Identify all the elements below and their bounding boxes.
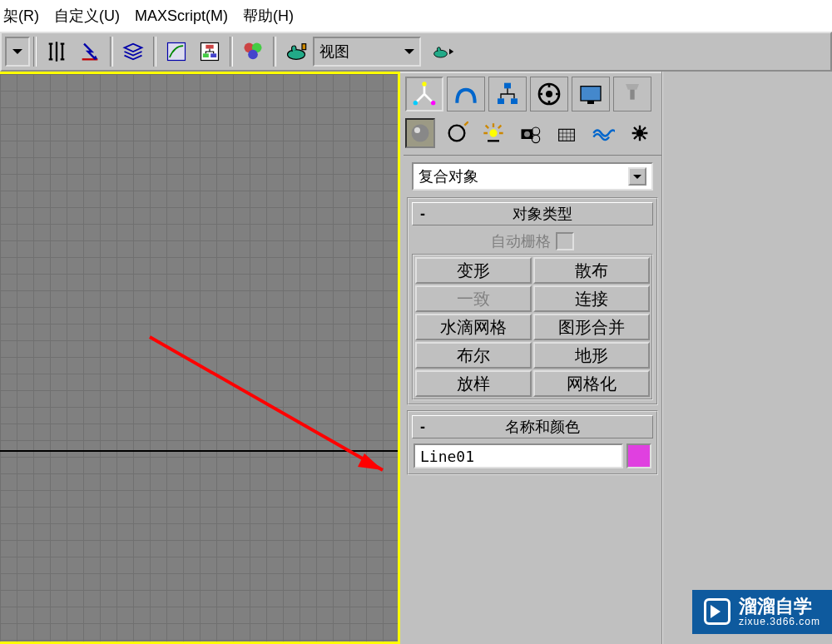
- btn-loft[interactable]: 放样: [415, 370, 532, 397]
- render-view-dropdown[interactable]: 视图: [313, 37, 421, 67]
- create-subtabs: [404, 115, 661, 156]
- curve-editor-icon[interactable]: [161, 37, 192, 67]
- rollout-name-color: - 名称和颜色 Line01: [407, 410, 658, 475]
- tab-display[interactable]: [572, 77, 610, 111]
- rollout-header-name-color[interactable]: - 名称和颜色: [412, 415, 653, 438]
- btn-connect[interactable]: 连接: [533, 285, 650, 312]
- svg-point-24: [412, 125, 429, 142]
- svg-point-31: [532, 135, 539, 142]
- tab-motion[interactable]: [530, 77, 568, 111]
- rollout-header-object-type[interactable]: - 对象类型: [412, 202, 653, 225]
- mirror-icon[interactable]: [41, 37, 72, 67]
- layers-icon[interactable]: [117, 37, 149, 67]
- viewport[interactable]: [0, 72, 400, 644]
- svg-point-27: [489, 129, 497, 136]
- btn-boolean[interactable]: 布尔: [415, 342, 532, 369]
- watermark-title: 溜溜自学: [739, 597, 820, 617]
- align-icon[interactable]: [74, 37, 106, 67]
- svg-point-10: [434, 50, 448, 57]
- svg-rect-18: [511, 98, 518, 104]
- svg-point-29: [524, 131, 530, 137]
- svg-point-25: [414, 127, 420, 133]
- command-panel: 复合对象 - 对象类型 自动栅格 变形 散布 一致 连接 水滴网格: [400, 72, 661, 644]
- autogrid-checkbox: [556, 232, 574, 250]
- subtab-cameras[interactable]: [515, 118, 545, 148]
- svg-rect-16: [504, 83, 511, 89]
- geometry-category-dropdown[interactable]: 复合对象: [412, 162, 653, 191]
- tab-create[interactable]: [405, 77, 443, 111]
- tab-utilities[interactable]: [613, 77, 651, 111]
- menu-help[interactable]: 帮助(H): [243, 6, 294, 26]
- btn-mesher[interactable]: 网格化: [533, 370, 650, 397]
- btn-morph[interactable]: 变形: [415, 257, 532, 284]
- watermark-domain: zixue.3d66.com: [739, 617, 820, 627]
- svg-point-33: [636, 129, 643, 136]
- svg-point-14: [414, 101, 418, 105]
- object-name-input[interactable]: Line01: [414, 443, 623, 468]
- object-type-buttons: 变形 散布 一致 连接 水滴网格 图形合并 布尔 地形 放样 网格化: [412, 254, 653, 400]
- render-setup-icon[interactable]: [280, 37, 312, 67]
- btn-blobmesh[interactable]: 水滴网格: [415, 314, 532, 340]
- subtab-helpers[interactable]: [552, 118, 582, 148]
- object-color-swatch[interactable]: [626, 443, 651, 468]
- svg-point-8: [288, 50, 305, 60]
- command-panel-tabs: [404, 73, 661, 115]
- schematic-view-icon[interactable]: [194, 37, 225, 67]
- menu-reactor[interactable]: 架(R): [3, 6, 39, 26]
- rollout-object-type: - 对象类型 自动栅格 变形 散布 一致 连接 水滴网格 图形合并 布尔 地形 …: [407, 197, 658, 405]
- watermark-logo-icon: [704, 598, 730, 625]
- btn-shapemerge[interactable]: 图形合并: [533, 314, 650, 340]
- menu-customize[interactable]: 自定义(U): [54, 6, 120, 26]
- tab-modify[interactable]: [447, 77, 485, 111]
- svg-rect-4: [210, 53, 216, 57]
- svg-point-7: [248, 50, 258, 60]
- viewport-grid: [0, 74, 398, 642]
- menu-maxscript[interactable]: MAXScript(M): [135, 7, 228, 25]
- subtab-geometry[interactable]: [405, 118, 435, 148]
- selection-filter-dropdown[interactable]: [5, 37, 30, 67]
- main-toolbar: 视图: [0, 32, 832, 72]
- subtab-shapes[interactable]: [442, 118, 472, 148]
- subtab-spacewarps[interactable]: [588, 118, 618, 148]
- panel-right-margin: [661, 72, 832, 644]
- btn-scatter[interactable]: 散布: [533, 257, 650, 284]
- svg-point-20: [546, 91, 552, 97]
- svg-rect-3: [203, 53, 209, 57]
- watermark: 溜溜自学 zixue.3d66.com: [692, 590, 832, 634]
- svg-point-15: [431, 101, 435, 105]
- svg-rect-9: [302, 44, 306, 50]
- svg-point-30: [532, 127, 539, 135]
- svg-rect-21: [581, 87, 601, 101]
- svg-rect-17: [498, 98, 504, 104]
- quick-render-icon[interactable]: [422, 37, 465, 67]
- material-editor-icon[interactable]: [237, 37, 269, 67]
- autogrid-row: 自动栅格: [412, 229, 653, 254]
- svg-rect-2: [206, 45, 213, 49]
- subtab-lights[interactable]: [478, 118, 508, 148]
- menu-bar: 架(R) 自定义(U) MAXScript(M) 帮助(H): [0, 0, 832, 32]
- autogrid-label: 自动栅格: [491, 231, 551, 251]
- svg-rect-22: [587, 101, 594, 104]
- svg-point-26: [449, 126, 465, 141]
- grid-axis-h: [0, 450, 398, 452]
- tab-hierarchy[interactable]: [488, 77, 527, 111]
- subtab-systems[interactable]: [625, 118, 655, 148]
- btn-terrain[interactable]: 地形: [533, 342, 650, 369]
- btn-conform: 一致: [415, 285, 532, 312]
- svg-point-13: [422, 82, 426, 86]
